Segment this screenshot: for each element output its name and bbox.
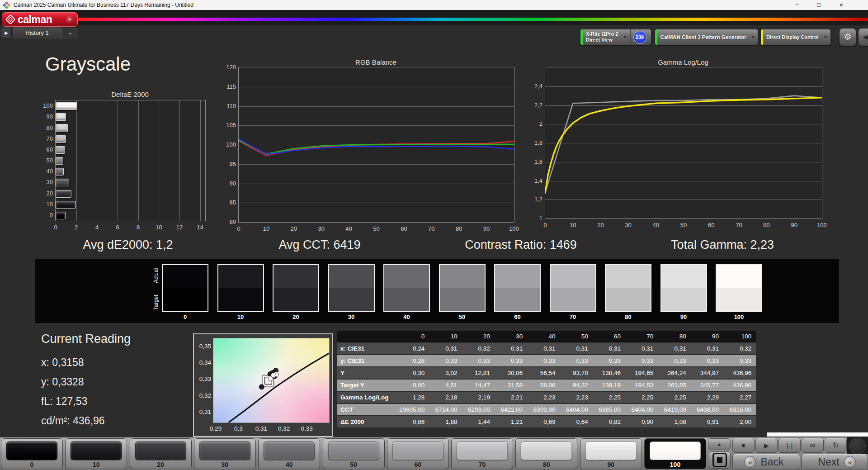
infinity-icon[interactable]: ∞ [802,438,824,453]
table-cell: 6422,00 [495,404,527,415]
grayscale-swatch-30: 30 [328,264,375,320]
pattern-generator-label: CalMAN Client 3 Pattern Generator [657,34,748,40]
measurement-table-container: 0102030405060708090100x: CIE310,240,310,… [337,330,756,428]
page-title: Grayscale [45,53,131,75]
current-reading-fl: fL: 127,53 [41,395,87,408]
calman-menu-button[interactable]: calman ▼ [2,12,78,27]
tab-history-1[interactable]: History 1 [13,26,61,39]
table-row-cct: CCT19605,006714,006293,006422,006393,006… [337,404,756,415]
next-button-label: Next [818,456,839,468]
grayscale-swatch-10: 10 [217,264,264,320]
gamma-xtick-20: 20 [593,222,608,228]
minimize-icon[interactable]: − [788,0,807,10]
gamma-xtick-50: 50 [676,222,691,228]
table-cell: 0,33 [723,355,756,366]
cie-chart [213,338,330,423]
gamma-xtick-90: 90 [787,222,802,228]
rgb-xtick-60: 60 [396,225,411,232]
table-cell: 2,23 [560,392,592,403]
gamma-xtick-70: 70 [731,222,746,228]
table-cell: 0,69 [527,416,560,427]
pattern-level-button-70[interactable]: 70 [451,438,513,469]
table-cell: 31,58 [495,380,527,391]
window-title: Calman 2025 Calman Ultimate for Business… [14,2,193,8]
cie-xtick-0,3: 0,3 [228,425,248,432]
row-label: x: CIE31 [337,343,396,354]
grayscale-swatch-40: 40 [383,264,430,320]
table-cell: 0,26 [396,355,429,366]
pattern-level-label-70: 70 [452,461,513,468]
table-cell: 0,32 [723,343,756,354]
pattern-level-label-10: 10 [66,461,127,468]
table-corner-cell [337,331,396,342]
cie-ytick-0,34: 0,34 [195,359,211,366]
rgb-xtick-80: 80 [451,225,467,232]
pattern-level-button-60[interactable]: 60 [387,438,449,469]
table-cell: 1,88 [429,416,462,427]
cie-ytick-0,31: 0,31 [195,408,211,415]
table-cell: 3,02 [429,367,462,379]
single-pattern-icon[interactable]: [·] [778,438,801,453]
control-corner [847,437,868,454]
chevron-up-icon[interactable]: ▲ [708,438,731,450]
grayscale-swatch-90: 90 [660,264,707,320]
pattern-level-swatch-0 [6,442,57,460]
table-row-y: Y0,303,0212,8130,0656,5493,70138,46194,6… [337,367,756,379]
deltae-ytick-70: 70 [34,135,53,142]
pattern-level-button-80[interactable]: 80 [515,438,577,469]
display-control-dropdown-icon: ▼ [821,35,830,40]
table-cell: 194,65 [625,367,658,379]
table-cell: 2,23 [527,392,560,403]
pattern-level-button-50[interactable]: 50 [323,438,385,469]
back-button[interactable]: « Back [732,454,800,470]
play-icon[interactable]: ▶ [755,438,778,453]
status-knob [849,438,866,454]
pattern-level-button-90[interactable]: 90 [580,438,642,469]
table-cell: 1,21 [495,416,527,427]
logo-dropdown-icon: ▼ [66,16,74,24]
cie-measured-point-8 [271,373,276,378]
pattern-level-label-0: 0 [1,461,62,468]
measurement-table: 0102030405060708090100x: CIE310,240,310,… [337,330,756,428]
pattern-level-button-40[interactable]: 40 [258,438,320,469]
deltae-bar-30 [56,179,69,186]
grayscale-swatch-70: 70 [550,264,596,320]
pattern-level-button-100[interactable]: 100 [644,438,706,469]
table-cell: 0,91 [691,416,723,427]
pattern-level-button-30[interactable]: 30 [194,438,256,469]
display-control-selector[interactable]: Direct Display Control ▼ [760,29,831,45]
stat-contrast-ratio: Contrast Ratio: 1469 [465,238,577,252]
pattern-level-button-20[interactable]: 20 [130,438,192,469]
table-col-20: 20 [462,331,495,342]
table-col-60: 60 [593,331,625,342]
rgb-ytick-85: 85 [217,199,236,206]
grayscale-swatch-80: 80 [605,264,651,320]
pattern-window-button[interactable] [709,451,731,469]
pattern-level-button-10[interactable]: 10 [65,438,127,469]
stop-icon[interactable]: ■ [732,438,755,453]
pattern-level-button-0[interactable]: 0 [1,438,63,469]
collapse-panel-icon[interactable]: ◀ [858,28,868,46]
deltae-bar-40 [56,168,64,176]
current-reading-cdm2: cd/m²: 436,96 [41,415,105,427]
maximize-icon[interactable]: □ [809,0,828,10]
pattern-generator-selector[interactable]: CalMAN Client 3 Pattern Generator ▼ [655,29,758,45]
deltae-chart-title: DeltaE 2000 [55,90,205,98]
gamma-ytick-1: 1 [524,215,542,222]
table-cell: 2,25 [658,392,690,403]
gear-icon[interactable]: ⚙ [839,28,856,46]
rgb-xtick-70: 70 [424,225,439,232]
next-button[interactable]: Next » [801,454,868,470]
history-panel-expand-button[interactable]: ▶ [1,27,12,39]
gamma-chart-title: Gamma Log/Log [545,58,821,66]
refresh-icon[interactable]: ↻ [825,438,847,453]
table-cell: 2,18 [429,392,462,403]
add-tab-button[interactable]: + [62,28,78,39]
table-cell: 6393,00 [527,404,560,415]
deltae-xtick-6: 6 [110,224,125,231]
deltae-xtick-10: 10 [151,224,166,231]
rgb-ytick-90: 90 [217,180,236,187]
row-label: y: CIE31 [337,355,396,366]
meter-selector[interactable]: X-Rite i1Pro 2 Direct View ▼ 239 [580,29,651,45]
close-icon[interactable]: × [832,0,851,10]
